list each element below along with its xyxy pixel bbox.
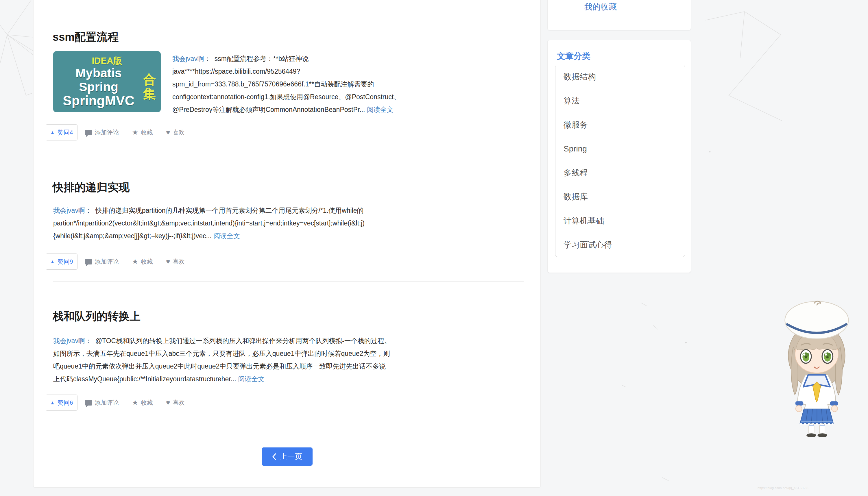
upvote-label: 赞同9 (58, 258, 73, 266)
heart-icon: ♥ (166, 258, 170, 265)
like-button[interactable]: ♥ 喜欢 (166, 399, 185, 407)
category-item[interactable]: 数据库 (555, 185, 685, 209)
previous-page-label: 上一页 (280, 451, 303, 462)
author-link[interactable]: 我会jvav啊 (53, 207, 85, 214)
category-item[interactable]: 学习面试心得 (555, 233, 685, 257)
mascot-character (778, 295, 855, 438)
add-comment-button[interactable]: 添加评论 (85, 399, 119, 407)
article-summary: 我会jvav啊： ssm配置流程参考：**b站狂神说 java****https… (172, 52, 503, 116)
upvote-button[interactable]: ▲ 赞同6 (46, 394, 77, 411)
article-list-card: ssm配置流程 IDEA版 Mybatis Spring SpringMVC 合… (33, 0, 541, 487)
read-more-link[interactable]: 阅读全文 (367, 106, 393, 113)
upvote-triangle-icon: ▲ (50, 400, 55, 405)
article-title[interactable]: 栈和队列的转换上 (52, 310, 141, 322)
thumbnail-side-char: 合 (143, 72, 156, 87)
thumbnail-line: Mybatis (56, 66, 141, 80)
add-comment-button[interactable]: 添加评论 (85, 128, 119, 136)
star-icon: ★ (132, 399, 139, 406)
author-link[interactable]: 我会jvav啊 (53, 337, 85, 344)
like-label: 喜欢 (173, 258, 185, 266)
article-summary: 我会jvav啊： 快排的递归实现partition的几种实现第一个用首元素划分第… (53, 204, 525, 242)
article-actions: ▲ 赞同4 添加评论 ★ 收藏 ♥ 喜欢 (46, 124, 198, 141)
category-item[interactable]: 数据结构 (555, 65, 685, 89)
summary-text: ： 快排的递归实现partition的几种实现第一个用首元素划分第二个用尾元素划… (53, 207, 365, 239)
article-title[interactable]: 快排的递归实现 (52, 181, 129, 193)
add-comment-label: 添加评论 (95, 258, 119, 266)
like-label: 喜欢 (173, 399, 185, 407)
add-comment-button[interactable]: 添加评论 (85, 258, 119, 266)
summary-text: ： ssm配置流程参考：**b站狂神说 java****https://spac… (172, 55, 400, 113)
favorites-card: 我的收藏 (547, 0, 691, 30)
read-more-link[interactable]: 阅读全文 (213, 232, 240, 239)
read-more-link[interactable]: 阅读全文 (238, 375, 265, 383)
my-favorites-link[interactable]: 我的收藏 (584, 1, 617, 12)
star-icon: ★ (132, 258, 139, 265)
comment-icon (85, 400, 92, 405)
favorite-button[interactable]: ★ 收藏 (132, 258, 153, 266)
category-item[interactable]: 多线程 (555, 161, 685, 185)
thumbnail-top-label: IDEA版 (56, 56, 158, 66)
favorite-label: 收藏 (141, 128, 153, 136)
url-watermark: https://blog.csdn.net/qq_45117655 (758, 486, 808, 490)
category-item[interactable]: 算法 (555, 89, 685, 113)
upvote-triangle-icon: ▲ (50, 130, 55, 135)
chevron-left-icon (272, 453, 276, 461)
upvote-label: 赞同4 (58, 128, 73, 136)
thumbnail-line: SpringMVC (56, 94, 141, 108)
article-thumbnail[interactable]: IDEA版 Mybatis Spring SpringMVC 合 集 (53, 51, 161, 112)
divider (53, 420, 524, 420)
like-button[interactable]: ♥ 喜欢 (166, 128, 185, 136)
upvote-button[interactable]: ▲ 赞同4 (46, 124, 77, 140)
summary-text: ： @TOC栈和队列的转换上我们通过一系列栈的压入和弹出操作来分析用两个队列模拟… (53, 337, 391, 383)
thumbnail-side-char: 集 (143, 87, 156, 101)
author-link[interactable]: 我会jvav啊 (172, 55, 204, 62)
article-title[interactable]: ssm配置流程 (52, 31, 119, 43)
favorite-label: 收藏 (141, 399, 153, 407)
favorite-button[interactable]: ★ 收藏 (132, 128, 153, 136)
categories-list: 数据结构 算法 微服务 Spring 多线程 数据库 计算机基础 学习面试心得 (555, 65, 685, 257)
categories-card: 文章分类 数据结构 算法 微服务 Spring 多线程 数据库 计算机基础 学习… (547, 40, 691, 273)
like-button[interactable]: ♥ 喜欢 (166, 258, 185, 266)
favorite-button[interactable]: ★ 收藏 (132, 399, 153, 407)
page: ssm配置流程 IDEA版 Mybatis Spring SpringMVC 合… (0, 0, 868, 496)
thumbnail-line: Spring (56, 80, 141, 94)
category-item[interactable]: Spring (555, 137, 685, 161)
upvote-label: 赞同6 (58, 399, 73, 407)
like-label: 喜欢 (173, 128, 185, 136)
category-item[interactable]: 计算机基础 (555, 209, 685, 233)
mascot-legs (806, 424, 827, 437)
article-actions: ▲ 赞同9 添加评论 ★ 收藏 ♥ 喜欢 (46, 253, 198, 270)
comment-icon (85, 130, 92, 135)
category-item[interactable]: 微服务 (555, 113, 685, 137)
upvote-triangle-icon: ▲ (50, 259, 55, 264)
categories-title: 文章分类 (557, 50, 590, 62)
favorite-label: 收藏 (141, 258, 153, 266)
article-actions: ▲ 赞同6 添加评论 ★ 收藏 ♥ 喜欢 (46, 394, 198, 411)
divider (53, 155, 524, 155)
upvote-button[interactable]: ▲ 赞同9 (46, 253, 77, 270)
heart-icon: ♥ (166, 399, 170, 406)
add-comment-label: 添加评论 (95, 399, 119, 407)
previous-page-button[interactable]: 上一页 (262, 447, 313, 466)
mascot-hat (785, 301, 849, 339)
mascot-skirt (800, 409, 834, 424)
heart-icon: ♥ (166, 129, 170, 136)
star-icon: ★ (132, 129, 139, 136)
comment-icon (85, 259, 92, 264)
divider (53, 2, 524, 2)
add-comment-label: 添加评论 (95, 128, 119, 136)
article-summary: 我会jvav啊： @TOC栈和队列的转换上我们通过一系列栈的压入和弹出操作来分析… (53, 335, 525, 385)
